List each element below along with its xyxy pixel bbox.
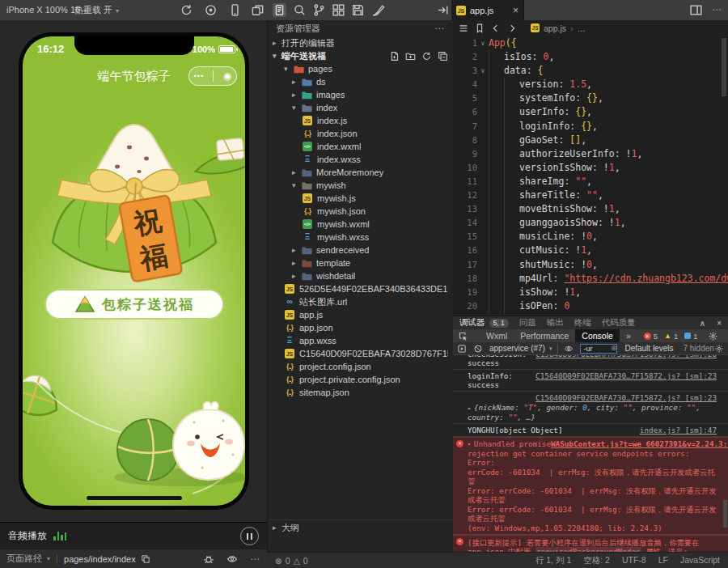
- tree-folder-images[interactable]: ▸images: [268, 88, 453, 101]
- editor-tab-appjs[interactable]: JS app.js ×: [451, 0, 524, 20]
- more-icon[interactable]: •••: [194, 72, 204, 80]
- tab-wxml[interactable]: Wxml: [480, 329, 514, 342]
- code-line-13[interactable]: 13moveBtnisShow: !1,: [453, 202, 728, 216]
- multi-window-icon[interactable]: [251, 3, 265, 17]
- console-settings-icon[interactable]: [714, 344, 724, 354]
- code-line-3[interactable]: 3∨data: {: [453, 64, 728, 78]
- tree-file-index.js[interactable]: JSindex.js: [268, 114, 453, 127]
- more-tabs-icon[interactable]: »: [620, 329, 637, 342]
- tab-debugger[interactable]: 调试器5, 1: [459, 317, 509, 329]
- collapse-all-icon[interactable]: [438, 51, 448, 61]
- tree-file-index.wxss[interactable]: Ξindex.wxss: [268, 153, 453, 166]
- tree-file-sitemap.json[interactable]: {..}sitemap.json: [268, 386, 453, 399]
- code-line-17[interactable]: 17shutMusic: !0,: [453, 258, 728, 272]
- console-scrollbar[interactable]: [723, 500, 727, 528]
- tree-file-mywish.json[interactable]: {..}mywish.json: [268, 205, 453, 218]
- console-source-link[interactable]: WASubContext.js?t=we_66027391&v=2.24.3:2: [551, 439, 728, 448]
- outline-section[interactable]: ▸ 大纲: [268, 519, 453, 534]
- tree-file-526D5E449F02EBAF340B36433DE15872.js[interactable]: JS526D5E449F02EBAF340B36433DE15872.js: [268, 282, 453, 295]
- tree-folder-MoreMoremoney[interactable]: ▸MoreMoremoney: [268, 166, 453, 179]
- collapse-panel-icon[interactable]: ∧: [700, 319, 705, 328]
- error-count[interactable]: ✕5: [644, 332, 658, 341]
- code-line-1[interactable]: 1∨App({: [453, 36, 728, 50]
- console-output[interactable]: checkSession:C15640D09F02EBAFA730…7F1587…: [453, 355, 728, 553]
- save-icon[interactable]: [351, 3, 365, 17]
- copy-icon[interactable]: [141, 554, 150, 564]
- tab-performance[interactable]: Performance: [514, 329, 575, 342]
- tree-file-project.config.json[interactable]: {..}project.config.json: [268, 360, 453, 373]
- tree-folder-template[interactable]: ▸template: [268, 256, 453, 269]
- tree-file-app.wxss[interactable]: Ξapp.wxss: [268, 334, 453, 347]
- vconsole-icon[interactable]: [203, 553, 214, 565]
- code-line-7[interactable]: 7loginInfo: {},: [453, 120, 728, 134]
- console-source-link[interactable]: index.js? [sm]:47: [640, 426, 717, 434]
- log-levels-selector[interactable]: Default levels: [624, 344, 673, 353]
- indentation[interactable]: 空格: 2: [583, 555, 610, 566]
- goto-editor-icon[interactable]: [437, 3, 451, 17]
- new-file-icon[interactable]: [389, 51, 400, 61]
- pause-button[interactable]: [240, 527, 259, 545]
- explorer-more-icon[interactable]: ⋯: [434, 20, 445, 36]
- close-panel-icon[interactable]: ×: [717, 319, 722, 328]
- problems-indicator[interactable]: ⊗0 △0: [275, 556, 308, 566]
- language-mode[interactable]: JavaScript: [680, 555, 720, 566]
- fold-chevron-icon[interactable]: ∨: [477, 64, 489, 78]
- code-line-8[interactable]: 8gGaoSet: [],: [453, 134, 728, 147]
- inspect-icon[interactable]: [458, 331, 468, 341]
- tree-file-mywish.wxml[interactable]: </>mywish.wxml: [268, 218, 453, 231]
- editor-more-icon[interactable]: ⋯: [712, 0, 722, 20]
- record-icon[interactable]: [204, 3, 218, 17]
- tree-folder-index[interactable]: ▾index: [268, 101, 453, 114]
- search-icon[interactable]: [293, 3, 307, 17]
- code-line-14[interactable]: 14guanggaoisShow: !1,: [453, 216, 728, 230]
- tree-file-app.json[interactable]: {..}app.json: [268, 321, 453, 334]
- tree-file-app.js[interactable]: JSapp.js: [268, 308, 453, 321]
- visibility-icon[interactable]: [226, 553, 238, 565]
- code-line-12[interactable]: 12shareTitle: "",: [453, 189, 728, 202]
- compile-icon[interactable]: [273, 3, 286, 17]
- eol[interactable]: LF: [658, 555, 668, 566]
- hot-reload-toggle[interactable]: 热重载 开▾: [74, 0, 119, 20]
- tab-problems[interactable]: 问题: [519, 317, 536, 329]
- code-line-6[interactable]: 6userInfo: {},: [453, 105, 728, 119]
- wrap-zongzi-button[interactable]: 包粽子送祝福: [44, 289, 224, 320]
- editor-scrollbar[interactable]: [722, 38, 726, 96]
- tab-console[interactable]: Console: [575, 329, 620, 342]
- clear-cache-icon[interactable]: [371, 3, 385, 17]
- warning-count[interactable]: ▲1: [664, 332, 678, 341]
- code-line-19[interactable]: 19isShow: !1,: [453, 286, 728, 299]
- code-line-9[interactable]: 9authorizeUserInfo: !1,: [453, 147, 728, 161]
- tree-file-mywish.wxss[interactable]: Ξmywish.wxss: [268, 231, 453, 244]
- tree-file-C15640D09F02EBAFA73028D767F15872.js[interactable]: JSC15640D09F02EBAFA73028D767F15872.js: [268, 347, 453, 360]
- code-line-20[interactable]: 20isOPen: 0: [453, 299, 728, 313]
- info-count[interactable]: 1: [684, 332, 697, 341]
- console-source-link[interactable]: C15640D09F02EBAFA730…7F15872.js? [sm]:20: [535, 355, 717, 358]
- navigate-forward-icon[interactable]: [506, 23, 518, 34]
- encoding[interactable]: UTF-8: [622, 555, 646, 566]
- expand-icon[interactable]: ▸: [468, 439, 472, 448]
- tree-folder-ds[interactable]: ▸ds: [268, 75, 453, 88]
- fold-chevron-icon[interactable]: ∨: [477, 36, 489, 50]
- tree-folder-sendreceived[interactable]: ▸sendreceived: [268, 244, 453, 256]
- code-line-18[interactable]: 18mp4Url: "https://cdn.zhuangb123.com/dw…: [453, 272, 728, 286]
- console-source-link[interactable]: C15640D09F02EBAFA730…7F15872.js? [sm]:23: [535, 371, 717, 380]
- cursor-position[interactable]: 行 1, 列 1: [535, 555, 571, 566]
- code-area[interactable]: 1∨App({2isIos: 0,3∨data: {4version: 1.5,…: [453, 36, 728, 313]
- tab-code-quality[interactable]: 代码质量: [602, 317, 636, 329]
- tree-file-index.json[interactable]: {..}index.json: [268, 127, 453, 140]
- tree-file-mywish.js[interactable]: JSmywish.js: [268, 192, 453, 205]
- code-line-4[interactable]: 4version: 1.5,: [453, 78, 728, 91]
- close-tab-icon[interactable]: ×: [513, 5, 518, 16]
- refresh-icon[interactable]: [180, 3, 193, 17]
- breadcrumb[interactable]: JS app.js › …: [531, 23, 586, 33]
- more-icon[interactable]: ⋯: [250, 553, 260, 565]
- refresh-explorer-icon[interactable]: [421, 51, 432, 61]
- expand-icon[interactable]: ▸: [468, 405, 472, 412]
- context-selector[interactable]: appservice (#7)▾: [489, 344, 552, 353]
- panel-layout-icon[interactable]: [332, 3, 345, 17]
- clear-filter-icon[interactable]: ⊗: [611, 344, 617, 352]
- bookmark-icon[interactable]: [474, 23, 485, 34]
- outline-list-icon[interactable]: [458, 23, 469, 34]
- phone-screen[interactable]: 祝 福: [23, 36, 245, 506]
- version-control-icon[interactable]: [312, 3, 326, 17]
